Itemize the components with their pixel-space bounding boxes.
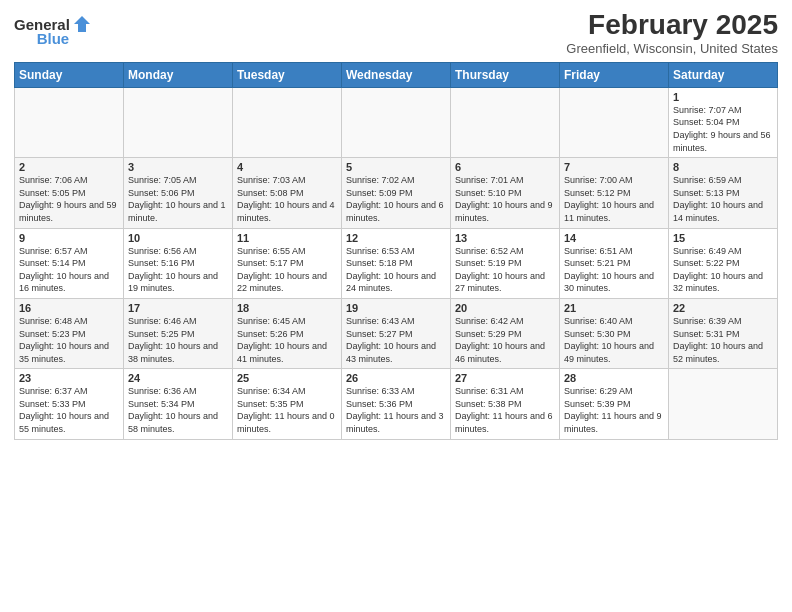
table-row: 17Sunrise: 6:46 AM Sunset: 5:25 PM Dayli… xyxy=(124,298,233,368)
day-number: 20 xyxy=(455,302,555,314)
day-number: 5 xyxy=(346,161,446,173)
day-number: 21 xyxy=(564,302,664,314)
day-info: Sunrise: 6:39 AM Sunset: 5:31 PM Dayligh… xyxy=(673,315,773,365)
sub-title: Greenfield, Wisconsin, United States xyxy=(566,41,778,56)
day-info: Sunrise: 6:53 AM Sunset: 5:18 PM Dayligh… xyxy=(346,245,446,295)
day-number: 11 xyxy=(237,232,337,244)
day-number: 12 xyxy=(346,232,446,244)
day-number: 19 xyxy=(346,302,446,314)
calendar-header-row: Sunday Monday Tuesday Wednesday Thursday… xyxy=(15,62,778,87)
day-number: 17 xyxy=(128,302,228,314)
table-row: 20Sunrise: 6:42 AM Sunset: 5:29 PM Dayli… xyxy=(451,298,560,368)
col-wednesday: Wednesday xyxy=(342,62,451,87)
day-info: Sunrise: 6:51 AM Sunset: 5:21 PM Dayligh… xyxy=(564,245,664,295)
table-row: 4Sunrise: 7:03 AM Sunset: 5:08 PM Daylig… xyxy=(233,158,342,228)
table-row: 12Sunrise: 6:53 AM Sunset: 5:18 PM Dayli… xyxy=(342,228,451,298)
table-row: 27Sunrise: 6:31 AM Sunset: 5:38 PM Dayli… xyxy=(451,369,560,439)
table-row xyxy=(560,87,669,157)
logo: General Blue xyxy=(14,14,92,47)
header: General Blue February 2025 Greenfield, W… xyxy=(14,10,778,56)
day-number: 22 xyxy=(673,302,773,314)
col-saturday: Saturday xyxy=(669,62,778,87)
logo-icon xyxy=(72,14,92,34)
day-info: Sunrise: 6:49 AM Sunset: 5:22 PM Dayligh… xyxy=(673,245,773,295)
table-row: 18Sunrise: 6:45 AM Sunset: 5:26 PM Dayli… xyxy=(233,298,342,368)
table-row: 19Sunrise: 6:43 AM Sunset: 5:27 PM Dayli… xyxy=(342,298,451,368)
day-number: 28 xyxy=(564,372,664,384)
day-info: Sunrise: 6:37 AM Sunset: 5:33 PM Dayligh… xyxy=(19,385,119,435)
day-number: 25 xyxy=(237,372,337,384)
day-info: Sunrise: 7:07 AM Sunset: 5:04 PM Dayligh… xyxy=(673,104,773,154)
calendar-week-row: 1Sunrise: 7:07 AM Sunset: 5:04 PM Daylig… xyxy=(15,87,778,157)
day-number: 10 xyxy=(128,232,228,244)
day-number: 1 xyxy=(673,91,773,103)
table-row: 11Sunrise: 6:55 AM Sunset: 5:17 PM Dayli… xyxy=(233,228,342,298)
day-info: Sunrise: 7:01 AM Sunset: 5:10 PM Dayligh… xyxy=(455,174,555,224)
table-row: 13Sunrise: 6:52 AM Sunset: 5:19 PM Dayli… xyxy=(451,228,560,298)
day-number: 2 xyxy=(19,161,119,173)
table-row: 26Sunrise: 6:33 AM Sunset: 5:36 PM Dayli… xyxy=(342,369,451,439)
day-info: Sunrise: 6:56 AM Sunset: 5:16 PM Dayligh… xyxy=(128,245,228,295)
table-row: 28Sunrise: 6:29 AM Sunset: 5:39 PM Dayli… xyxy=(560,369,669,439)
day-number: 27 xyxy=(455,372,555,384)
day-number: 6 xyxy=(455,161,555,173)
day-info: Sunrise: 6:46 AM Sunset: 5:25 PM Dayligh… xyxy=(128,315,228,365)
day-info: Sunrise: 6:31 AM Sunset: 5:38 PM Dayligh… xyxy=(455,385,555,435)
col-thursday: Thursday xyxy=(451,62,560,87)
day-number: 24 xyxy=(128,372,228,384)
table-row: 25Sunrise: 6:34 AM Sunset: 5:35 PM Dayli… xyxy=(233,369,342,439)
day-number: 18 xyxy=(237,302,337,314)
calendar-week-row: 23Sunrise: 6:37 AM Sunset: 5:33 PM Dayli… xyxy=(15,369,778,439)
logo-blue-text: Blue xyxy=(37,30,70,47)
table-row xyxy=(124,87,233,157)
day-info: Sunrise: 6:40 AM Sunset: 5:30 PM Dayligh… xyxy=(564,315,664,365)
calendar-table: Sunday Monday Tuesday Wednesday Thursday… xyxy=(14,62,778,440)
title-block: February 2025 Greenfield, Wisconsin, Uni… xyxy=(566,10,778,56)
day-info: Sunrise: 6:33 AM Sunset: 5:36 PM Dayligh… xyxy=(346,385,446,435)
day-number: 7 xyxy=(564,161,664,173)
day-info: Sunrise: 6:34 AM Sunset: 5:35 PM Dayligh… xyxy=(237,385,337,435)
day-info: Sunrise: 7:05 AM Sunset: 5:06 PM Dayligh… xyxy=(128,174,228,224)
table-row xyxy=(451,87,560,157)
day-info: Sunrise: 7:00 AM Sunset: 5:12 PM Dayligh… xyxy=(564,174,664,224)
day-info: Sunrise: 6:29 AM Sunset: 5:39 PM Dayligh… xyxy=(564,385,664,435)
day-number: 13 xyxy=(455,232,555,244)
table-row: 5Sunrise: 7:02 AM Sunset: 5:09 PM Daylig… xyxy=(342,158,451,228)
calendar-week-row: 9Sunrise: 6:57 AM Sunset: 5:14 PM Daylig… xyxy=(15,228,778,298)
day-info: Sunrise: 6:36 AM Sunset: 5:34 PM Dayligh… xyxy=(128,385,228,435)
calendar-week-row: 2Sunrise: 7:06 AM Sunset: 5:05 PM Daylig… xyxy=(15,158,778,228)
day-info: Sunrise: 6:48 AM Sunset: 5:23 PM Dayligh… xyxy=(19,315,119,365)
day-info: Sunrise: 6:42 AM Sunset: 5:29 PM Dayligh… xyxy=(455,315,555,365)
day-number: 26 xyxy=(346,372,446,384)
table-row: 9Sunrise: 6:57 AM Sunset: 5:14 PM Daylig… xyxy=(15,228,124,298)
col-sunday: Sunday xyxy=(15,62,124,87)
day-info: Sunrise: 7:02 AM Sunset: 5:09 PM Dayligh… xyxy=(346,174,446,224)
table-row: 7Sunrise: 7:00 AM Sunset: 5:12 PM Daylig… xyxy=(560,158,669,228)
table-row: 21Sunrise: 6:40 AM Sunset: 5:30 PM Dayli… xyxy=(560,298,669,368)
main-title: February 2025 xyxy=(566,10,778,41)
day-info: Sunrise: 6:43 AM Sunset: 5:27 PM Dayligh… xyxy=(346,315,446,365)
table-row xyxy=(233,87,342,157)
day-info: Sunrise: 6:45 AM Sunset: 5:26 PM Dayligh… xyxy=(237,315,337,365)
table-row xyxy=(669,369,778,439)
day-number: 9 xyxy=(19,232,119,244)
day-info: Sunrise: 7:03 AM Sunset: 5:08 PM Dayligh… xyxy=(237,174,337,224)
day-info: Sunrise: 6:57 AM Sunset: 5:14 PM Dayligh… xyxy=(19,245,119,295)
table-row: 16Sunrise: 6:48 AM Sunset: 5:23 PM Dayli… xyxy=(15,298,124,368)
page-container: General Blue February 2025 Greenfield, W… xyxy=(0,0,792,446)
table-row: 3Sunrise: 7:05 AM Sunset: 5:06 PM Daylig… xyxy=(124,158,233,228)
table-row: 1Sunrise: 7:07 AM Sunset: 5:04 PM Daylig… xyxy=(669,87,778,157)
day-info: Sunrise: 6:52 AM Sunset: 5:19 PM Dayligh… xyxy=(455,245,555,295)
day-number: 14 xyxy=(564,232,664,244)
table-row: 10Sunrise: 6:56 AM Sunset: 5:16 PM Dayli… xyxy=(124,228,233,298)
day-number: 4 xyxy=(237,161,337,173)
col-monday: Monday xyxy=(124,62,233,87)
day-number: 23 xyxy=(19,372,119,384)
table-row: 22Sunrise: 6:39 AM Sunset: 5:31 PM Dayli… xyxy=(669,298,778,368)
day-info: Sunrise: 7:06 AM Sunset: 5:05 PM Dayligh… xyxy=(19,174,119,224)
col-friday: Friday xyxy=(560,62,669,87)
day-info: Sunrise: 6:59 AM Sunset: 5:13 PM Dayligh… xyxy=(673,174,773,224)
day-number: 16 xyxy=(19,302,119,314)
table-row xyxy=(15,87,124,157)
table-row: 6Sunrise: 7:01 AM Sunset: 5:10 PM Daylig… xyxy=(451,158,560,228)
